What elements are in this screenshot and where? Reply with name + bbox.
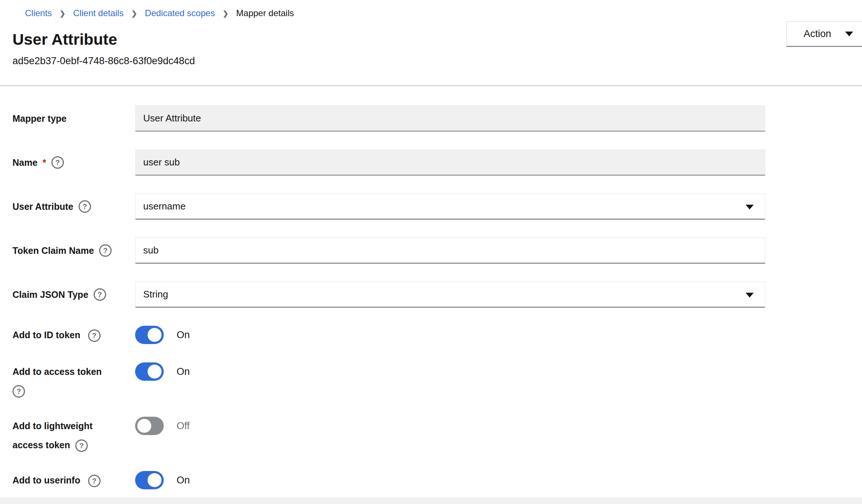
user-attribute-label-group: User Attribute ? bbox=[12, 200, 135, 213]
mapper-type-label-group: Mapper type bbox=[12, 113, 135, 124]
add-to-lightweight-access-token-row: Add to lightweight access token? Off bbox=[12, 416, 850, 454]
user-attribute-select[interactable]: username bbox=[135, 193, 765, 220]
add-to-userinfo-label-group: Add to userinfo ? bbox=[12, 471, 135, 490]
breadcrumb-clients[interactable]: Clients bbox=[25, 8, 52, 18]
user-attribute-selected-value: username bbox=[143, 201, 186, 212]
help-icon[interactable]: ? bbox=[12, 385, 25, 398]
breadcrumb: Clients ❯ Client details ❯ Dedicated sco… bbox=[12, 0, 850, 18]
required-asterisk: * bbox=[43, 157, 46, 168]
claim-json-type-row: Claim JSON Type ? String bbox=[12, 281, 850, 308]
breadcrumb-client-details[interactable]: Client details bbox=[73, 8, 123, 18]
mapper-details-form: Mapper type Name * ? User Attribute ? us… bbox=[0, 86, 862, 490]
add-to-userinfo-toggle[interactable] bbox=[135, 471, 164, 489]
add-to-access-token-row: Add to access token ? On bbox=[12, 362, 850, 400]
help-icon[interactable]: ? bbox=[75, 439, 88, 452]
claim-json-type-label-group: Claim JSON Type ? bbox=[12, 288, 135, 301]
claim-json-type-select[interactable]: String bbox=[135, 281, 765, 308]
chevron-right-icon: ❯ bbox=[59, 9, 65, 18]
token-claim-name-label: Token Claim Name bbox=[12, 245, 94, 256]
toggle-knob bbox=[148, 328, 162, 342]
help-icon[interactable]: ? bbox=[88, 329, 101, 342]
toggle-knob bbox=[137, 419, 151, 433]
mapper-type-label: Mapper type bbox=[12, 113, 66, 124]
add-to-id-token-toggle[interactable] bbox=[135, 326, 164, 344]
action-dropdown-button[interactable]: Action bbox=[786, 21, 862, 47]
chevron-right-icon: ❯ bbox=[222, 9, 228, 18]
token-claim-name-label-group: Token Claim Name ? bbox=[12, 244, 135, 257]
toggle-knob bbox=[148, 365, 162, 379]
breadcrumb-mapper-details: Mapper details bbox=[236, 8, 294, 18]
add-to-lightweight-access-token-label-line2: access token bbox=[12, 440, 70, 450]
help-icon[interactable]: ? bbox=[94, 288, 106, 301]
add-to-lightweight-access-token-state: Off bbox=[177, 420, 190, 432]
user-attribute-row: User Attribute ? username bbox=[12, 193, 850, 220]
help-icon[interactable]: ? bbox=[99, 244, 112, 257]
mapper-id: ad5e2b37-0ebf-4748-86c8-63f0e9dc48cd bbox=[12, 55, 850, 67]
chevron-right-icon: ❯ bbox=[131, 9, 137, 18]
add-to-lightweight-access-token-label-group: Add to lightweight access token? bbox=[12, 416, 135, 454]
name-label: Name bbox=[12, 157, 37, 168]
caret-down-icon bbox=[746, 293, 754, 297]
mapper-type-row: Mapper type bbox=[12, 105, 850, 132]
page-header: Clients ❯ Client details ❯ Dedicated sco… bbox=[0, 0, 862, 67]
claim-json-type-selected-value: String bbox=[143, 289, 168, 300]
add-to-id-token-label: Add to ID token bbox=[12, 330, 80, 340]
add-to-id-token-label-group: Add to ID token ? bbox=[12, 325, 135, 344]
add-to-access-token-state: On bbox=[177, 366, 190, 377]
claim-json-type-label: Claim JSON Type bbox=[12, 289, 88, 300]
help-icon[interactable]: ? bbox=[79, 200, 91, 213]
token-claim-name-input[interactable] bbox=[135, 237, 765, 264]
add-to-lightweight-access-token-toggle[interactable] bbox=[135, 417, 164, 435]
add-to-access-token-label-group: Add to access token ? bbox=[12, 362, 135, 400]
add-to-access-token-label: Add to access token bbox=[12, 362, 131, 381]
action-button-label: Action bbox=[804, 28, 831, 40]
mapper-type-input bbox=[135, 105, 765, 132]
caret-down-icon bbox=[746, 205, 754, 209]
add-to-access-token-toggle[interactable] bbox=[135, 362, 164, 381]
name-label-group: Name * ? bbox=[12, 156, 135, 169]
name-row: Name * ? bbox=[12, 149, 850, 176]
breadcrumb-dedicated-scopes[interactable]: Dedicated scopes bbox=[145, 8, 215, 18]
add-to-userinfo-label: Add to userinfo bbox=[12, 475, 80, 485]
bottom-strip bbox=[0, 497, 862, 504]
add-to-userinfo-row: Add to userinfo ? On bbox=[12, 471, 850, 490]
add-to-userinfo-state: On bbox=[177, 475, 190, 486]
name-input bbox=[135, 149, 765, 176]
caret-down-icon bbox=[845, 32, 853, 36]
add-to-lightweight-access-token-label-line1: Add to lightweight bbox=[12, 416, 131, 435]
toggle-knob bbox=[148, 473, 162, 487]
page-title: User Attribute bbox=[12, 30, 850, 48]
add-to-id-token-row: Add to ID token ? On bbox=[12, 325, 850, 344]
user-attribute-label: User Attribute bbox=[12, 201, 73, 212]
help-icon[interactable]: ? bbox=[88, 475, 101, 487]
token-claim-name-row: Token Claim Name ? bbox=[12, 237, 850, 264]
help-icon[interactable]: ? bbox=[51, 156, 64, 169]
add-to-id-token-state: On bbox=[177, 329, 190, 341]
